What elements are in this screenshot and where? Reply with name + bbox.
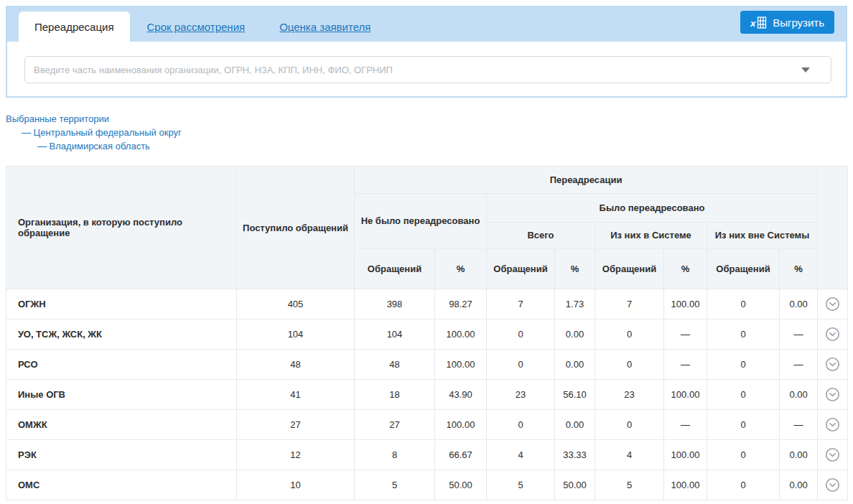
value-cell: 48 bbox=[237, 350, 355, 380]
value-cell: 4 bbox=[595, 440, 664, 470]
value-cell: 405 bbox=[237, 289, 355, 319]
row-actions bbox=[818, 440, 848, 470]
value-cell: 100.00 bbox=[435, 410, 487, 440]
value-cell: 0 bbox=[707, 410, 780, 440]
header-percent: % bbox=[435, 248, 487, 289]
chevron-down-circle-icon bbox=[825, 363, 840, 374]
org-name: ОМЖК bbox=[6, 410, 237, 440]
value-cell: 18 bbox=[355, 380, 435, 410]
value-cell: 8 bbox=[355, 440, 435, 470]
value-cell: 1.73 bbox=[555, 289, 595, 319]
value-cell: 27 bbox=[355, 410, 435, 440]
table-row: Иные ОГВ 41 18 43.90 23 56.10 23 100.00 … bbox=[6, 380, 848, 410]
table-body: ОГЖН 405 398 98.27 7 1.73 7 100.00 0 0.0… bbox=[6, 289, 848, 500]
header-in-system: Из них в Системе bbox=[595, 223, 707, 248]
value-cell: 23 bbox=[595, 380, 664, 410]
expand-row-button[interactable] bbox=[824, 476, 842, 494]
expand-row-button[interactable] bbox=[824, 416, 842, 434]
row-actions bbox=[818, 350, 848, 380]
value-cell: 7 bbox=[487, 289, 555, 319]
row-actions bbox=[818, 470, 848, 500]
tab-label: Срок рассмотрения bbox=[147, 21, 246, 33]
table-row: РСО 48 48 100.00 0 0.00 0 — 0 — bbox=[6, 350, 848, 380]
table-header: Организация, в которую поступило обращен… bbox=[6, 167, 848, 289]
header-redirected: Было переадресовано bbox=[487, 194, 818, 223]
value-cell: 0 bbox=[595, 410, 664, 440]
value-cell: 0.00 bbox=[780, 470, 818, 500]
table-row: ОМЖК 27 27 100.00 0 0.00 0 — 0 — bbox=[6, 410, 848, 440]
tab-srok-rassmotreniya[interactable]: Срок рассмотрения bbox=[130, 11, 263, 42]
value-cell: 104 bbox=[237, 319, 355, 350]
header-percent: % bbox=[780, 248, 818, 289]
value-cell: 100.00 bbox=[664, 380, 707, 410]
value-cell: — bbox=[780, 410, 818, 440]
org-name: РЭК bbox=[6, 440, 237, 470]
row-actions bbox=[818, 289, 848, 319]
organization-search-input[interactable] bbox=[24, 56, 831, 83]
expand-row-button[interactable] bbox=[824, 446, 842, 464]
value-cell: 398 bbox=[355, 289, 435, 319]
search-area bbox=[7, 42, 846, 96]
header-group-redirections: Переадресации bbox=[355, 167, 818, 194]
header-appeals: Обращений bbox=[595, 248, 664, 289]
tab-label: Оценка заявителя bbox=[279, 21, 370, 33]
value-cell: — bbox=[664, 319, 707, 350]
expand-row-button[interactable] bbox=[824, 386, 842, 403]
value-cell: 66.67 bbox=[435, 440, 487, 470]
value-cell: — bbox=[780, 319, 818, 350]
expand-row-button[interactable] bbox=[824, 295, 842, 313]
chevron-down-circle-icon bbox=[825, 484, 840, 495]
org-name: ОГЖН bbox=[6, 289, 237, 319]
value-cell: 0 bbox=[707, 380, 780, 410]
value-cell: 0 bbox=[487, 319, 555, 350]
value-cell: 100.00 bbox=[664, 289, 707, 319]
value-cell: 7 bbox=[595, 289, 664, 319]
value-cell: — bbox=[664, 350, 707, 380]
expand-row-button[interactable] bbox=[824, 325, 842, 343]
export-button-label: Выгрузить bbox=[773, 17, 824, 29]
value-cell: 100.00 bbox=[664, 470, 707, 500]
header-received: Поступило обращений bbox=[237, 167, 355, 289]
table-row: ОГЖН 405 398 98.27 7 1.73 7 100.00 0 0.0… bbox=[6, 289, 848, 319]
value-cell: 50.00 bbox=[555, 470, 595, 500]
tab-ocenka-zayavitelya[interactable]: Оценка заявителя bbox=[262, 11, 388, 42]
header-organization: Организация, в которую поступило обращен… bbox=[6, 167, 237, 289]
value-cell: 100.00 bbox=[435, 350, 487, 380]
table-row: УО, ТСЖ, ЖСК, ЖК 104 104 100.00 0 0.00 0… bbox=[6, 319, 848, 350]
value-cell: 0 bbox=[595, 319, 664, 350]
value-cell: 48 bbox=[355, 350, 435, 380]
tab-pereadresaciya[interactable]: Переадресация bbox=[19, 11, 130, 42]
header-actions bbox=[818, 167, 848, 289]
value-cell: 0.00 bbox=[555, 350, 595, 380]
value-cell: 0.00 bbox=[780, 440, 818, 470]
territory-link-region[interactable]: — Владимирская область bbox=[37, 139, 853, 153]
header-appeals: Обращений bbox=[487, 248, 555, 289]
chevron-down-circle-icon bbox=[825, 393, 840, 404]
value-cell: 27 bbox=[237, 410, 355, 440]
value-cell: 0 bbox=[487, 410, 555, 440]
value-cell: 0 bbox=[487, 350, 555, 380]
value-cell: 0.00 bbox=[780, 289, 818, 319]
value-cell: 0.00 bbox=[780, 380, 818, 410]
value-cell: 0 bbox=[707, 470, 780, 500]
expand-row-button[interactable] bbox=[824, 355, 842, 373]
territory-link-federal-district[interactable]: — Центральный федеральный округ bbox=[22, 126, 853, 139]
export-button[interactable]: x Выгрузить bbox=[740, 11, 834, 34]
selected-territories: Выбранные территории — Центральный федер… bbox=[6, 112, 853, 153]
redirections-table: Организация, в которую поступило обращен… bbox=[6, 166, 848, 500]
value-cell: 100.00 bbox=[435, 319, 487, 350]
header-appeals: Обращений bbox=[707, 248, 780, 289]
value-cell: 23 bbox=[487, 380, 555, 410]
org-name: РСО bbox=[6, 350, 237, 380]
chevron-down-circle-icon bbox=[825, 303, 840, 314]
value-cell: 4 bbox=[487, 440, 555, 470]
value-cell: 0 bbox=[707, 319, 780, 350]
value-cell: 0 bbox=[707, 350, 780, 380]
header-percent: % bbox=[555, 248, 595, 289]
dropdown-arrow-icon[interactable] bbox=[801, 67, 810, 73]
chevron-down-circle-icon bbox=[825, 333, 840, 344]
excel-icon: x bbox=[750, 16, 767, 29]
org-name: Иные ОГВ bbox=[6, 380, 237, 410]
value-cell: 50.00 bbox=[435, 470, 487, 500]
value-cell: 100.00 bbox=[664, 440, 707, 470]
